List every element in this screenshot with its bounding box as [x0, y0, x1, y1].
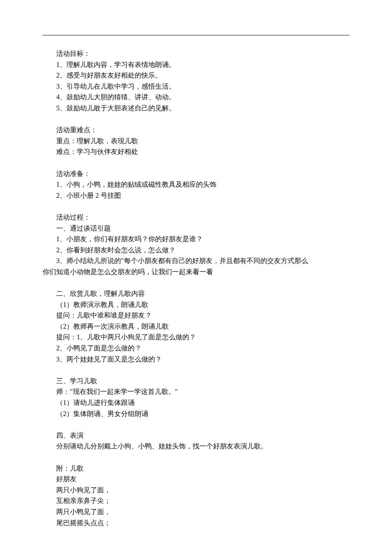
- preparation-item: 1、小狗，小鸭，娃娃的贴绒或磁性教具及相应的头饰: [43, 179, 349, 190]
- difficulty-title: 活动重难点：: [43, 124, 349, 136]
- part2-item: 提问：1、儿歌中两只小狗见了面是怎么做的？: [43, 332, 349, 343]
- goals-item: 3、引导幼儿在儿歌中学习，感悟生活。: [43, 81, 349, 92]
- process-title: 活动过程：: [43, 212, 349, 223]
- document-content: 活动目标： 1、理解儿歌内容，学习有表情地朗诵。 2、感受与好朋友友好相处的快乐…: [43, 48, 349, 528]
- appendix-line: 两只小鸭见了面，: [43, 506, 349, 517]
- appendix-name: 好朋友: [43, 474, 349, 485]
- part2-item: （1）教师演示教具，朗诵儿歌: [43, 299, 349, 310]
- appendix-title: 附：儿歌: [43, 463, 349, 474]
- part1-item: 2、你看到好朋友时会怎么说，怎么做？: [43, 245, 349, 256]
- preparation-title: 活动准备：: [43, 168, 349, 179]
- part3-intro: 师："现在我们一起来学一学这首儿歌。": [43, 386, 349, 397]
- part1-summary: 你们知道小动物是怎么交朋友的吗，让我们一起来看一看: [43, 266, 349, 278]
- part4-item: 分别请幼儿分别戴上小狗、小鸭、娃娃头饰，找一个好朋友表演儿歌。: [43, 441, 349, 452]
- difficulty-item: 重点：理解儿歌，表现儿歌: [43, 136, 349, 147]
- goals-item: 2、感受与好朋友友好相处的快乐。: [43, 70, 349, 81]
- part1-item: 1、小朋友，你们有好朋友吗？你的好朋友是谁？: [43, 234, 349, 245]
- part3-title: 三、学习儿歌: [43, 376, 349, 387]
- part2-item: 提问：儿歌中谁和谁是好朋友？: [43, 310, 349, 321]
- part2-item: （2）教师再一次演示教具，朗诵儿歌: [43, 321, 349, 332]
- part1-summary: 3、师小结幼儿所说的"每个小朋友都有自己的好朋友，并且都有不同的交友方式那么: [43, 255, 349, 266]
- part2-item: 2、小鸭见了面是怎么做的？: [43, 343, 349, 354]
- horizontal-divider: [43, 35, 349, 35]
- appendix-line: 两只小狗见了面，: [43, 485, 349, 496]
- difficulty-item: 难点：学习与伙伴友好相处: [43, 146, 349, 157]
- part3-item: （2）集体朗诵、男女分组朗诵: [43, 408, 349, 419]
- part3-item: （1）请幼儿进行集体跟诵: [43, 397, 349, 408]
- preparation-item: 2、小班小册 2 号挂图: [43, 190, 349, 201]
- part2-item: 3、两个娃娃见了面又是怎么做的？: [43, 354, 349, 365]
- appendix-line: 尾巴摇摇头点点；: [43, 517, 349, 529]
- part1-title: 一、通过谈话引题: [43, 223, 349, 234]
- goals-item: 1、理解儿歌内容，学习有表情地朗诵。: [43, 59, 349, 70]
- goals-title: 活动目标：: [43, 48, 349, 59]
- part2-title: 二、欣赏儿歌，理解儿歌内容: [43, 288, 349, 299]
- part4-title: 四、表演: [43, 430, 349, 441]
- appendix-line: 互相亲亲鼻子尖；: [43, 495, 349, 506]
- goals-item: 5、鼓励幼儿敢于大胆表述自己的见解。: [43, 103, 349, 114]
- goals-item: 4、鼓励幼儿大胆的猜猜、讲讲、动动。: [43, 92, 349, 103]
